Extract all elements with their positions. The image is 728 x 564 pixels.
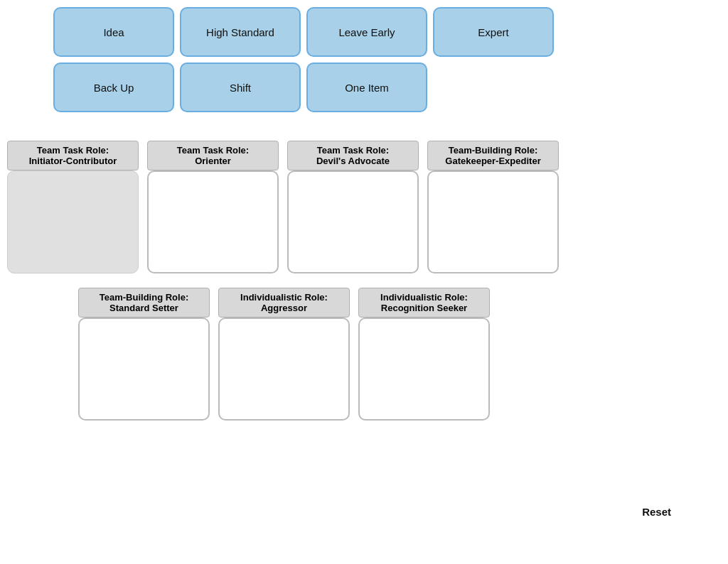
roles-row-1-col-3: Team-Building Role:Gatekeeper-Expediter: [427, 141, 559, 273]
tag-buttons-area: IdeaHigh StandardLeave EarlyExpertBack U…: [0, 0, 728, 119]
roles-row-2-card-1[interactable]: [218, 318, 350, 421]
tag-button-5[interactable]: Shift: [180, 63, 301, 112]
roles-row-2-col-0: Team-Building Role:Standard Setter: [78, 288, 210, 421]
reset-button[interactable]: Reset: [642, 506, 671, 518]
roles-row-2-card-0[interactable]: [78, 318, 210, 421]
tag-button-4[interactable]: Back Up: [53, 63, 174, 112]
tag-button-2[interactable]: Leave Early: [306, 7, 427, 57]
roles-area: Team Task Role:Initiator-ContributorTeam…: [0, 134, 728, 442]
roles-row-1: Team Task Role:Initiator-ContributorTeam…: [7, 141, 721, 273]
roles-row-1-card-1[interactable]: [147, 170, 279, 273]
roles-row-1-card-3[interactable]: [427, 170, 559, 273]
roles-row-2-col-2: Individualistic Role:Recognition Seeker: [358, 288, 490, 421]
roles-row-1-col-1: Team Task Role:Orienter: [147, 141, 279, 273]
tag-button-6[interactable]: One Item: [306, 63, 427, 112]
roles-row-1-card-0[interactable]: [7, 170, 139, 273]
roles-row-2: Team-Building Role:Standard SetterIndivi…: [78, 288, 721, 421]
roles-row-2-col-1: Individualistic Role:Aggressor: [218, 288, 350, 421]
roles-row-2-header-0: Team-Building Role:Standard Setter: [78, 288, 210, 318]
roles-row-2-card-2[interactable]: [358, 318, 490, 421]
tag-button-3[interactable]: Expert: [433, 7, 554, 57]
roles-row-1-header-2: Team Task Role:Devil's Advocate: [287, 141, 419, 170]
roles-row-1-col-0: Team Task Role:Initiator-Contributor: [7, 141, 139, 273]
tag-button-1[interactable]: High Standard: [180, 7, 301, 57]
tag-button-0[interactable]: Idea: [53, 7, 174, 57]
roles-row-1-header-1: Team Task Role:Orienter: [147, 141, 279, 170]
roles-row-1-col-2: Team Task Role:Devil's Advocate: [287, 141, 419, 273]
roles-row-2-header-2: Individualistic Role:Recognition Seeker: [358, 288, 490, 318]
roles-row-2-header-1: Individualistic Role:Aggressor: [218, 288, 350, 318]
roles-row-1-card-2[interactable]: [287, 170, 419, 273]
roles-row-1-header-0: Team Task Role:Initiator-Contributor: [7, 141, 139, 170]
roles-row-1-header-3: Team-Building Role:Gatekeeper-Expediter: [427, 141, 559, 170]
